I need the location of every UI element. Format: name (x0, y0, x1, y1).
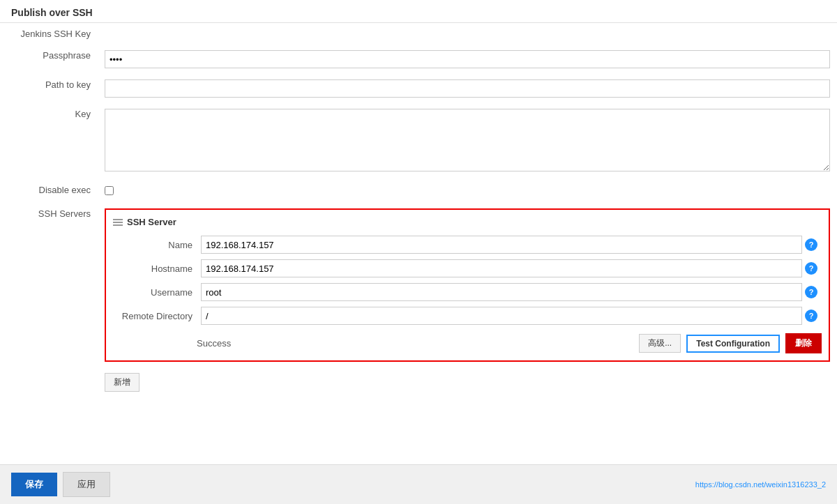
hostname-field: ? (197, 257, 822, 280)
footer-bar: 保存 应用 https://blog.csdn.net/weixin131623… (0, 464, 837, 504)
hostname-input[interactable] (201, 259, 802, 277)
remote-directory-help-icon[interactable]: ? (805, 310, 817, 322)
key-label: Key (0, 103, 98, 179)
path-to-key-label: Path to key (0, 74, 98, 103)
hostname-help-icon[interactable]: ? (805, 262, 817, 275)
name-label: Name (113, 233, 197, 257)
ssh-server-box: SSH Server Name (105, 208, 830, 362)
name-input[interactable] (201, 236, 802, 254)
username-input[interactable] (201, 283, 802, 301)
name-field: ? (197, 233, 822, 257)
disable-exec-checkbox[interactable] (105, 186, 114, 195)
passphrase-field (98, 45, 837, 74)
name-input-wrapper: ? (201, 236, 817, 254)
main-form-table: Jenkins SSH Key Passphrase Path to key K… (0, 23, 837, 367)
name-help-icon[interactable]: ? (805, 238, 817, 251)
section-title: Publish over SSH (0, 0, 837, 23)
path-to-key-field (98, 74, 837, 103)
key-field (98, 103, 837, 179)
disable-exec-field (98, 179, 837, 203)
key-textarea[interactable] (105, 109, 830, 171)
save-button[interactable]: 保存 (11, 473, 57, 496)
username-field: ? (197, 280, 822, 304)
ssh-server-header: SSH Server (113, 217, 822, 227)
remote-directory-label: Remote Directory (113, 304, 197, 328)
passphrase-label: Passphrase (0, 45, 98, 74)
jenkins-ssh-key-field (98, 23, 837, 45)
hostname-row: Hostname ? (113, 257, 822, 280)
username-input-wrapper: ? (201, 283, 817, 301)
add-button-row: 新增 (105, 373, 830, 392)
path-to-key-row: Path to key (0, 74, 837, 103)
hostname-label: Hostname (113, 257, 197, 280)
success-status: Success (113, 338, 231, 349)
advanced-button[interactable]: 高级... (639, 334, 681, 353)
test-configuration-button[interactable]: Test Configuration (686, 335, 780, 353)
name-row: Name ? (113, 233, 822, 257)
hostname-input-wrapper: ? (201, 259, 817, 277)
ssh-servers-row: SSH Servers SSH Server (0, 203, 837, 367)
apply-button[interactable]: 应用 (63, 472, 110, 497)
page-wrapper: Publish over SSH Jenkins SSH Key Passphr… (0, 0, 837, 504)
remote-directory-field: ? (197, 304, 822, 328)
ssh-server-form-table: Name ? (113, 233, 822, 328)
add-server-button[interactable]: 新增 (105, 373, 140, 392)
footer-link: https://blog.csdn.net/weixin1316233_2 (695, 480, 826, 489)
passphrase-row: Passphrase (0, 45, 837, 74)
ssh-servers-label: SSH Servers (0, 203, 98, 367)
remote-directory-input[interactable] (201, 307, 802, 325)
remote-directory-row: Remote Directory ? (113, 304, 822, 328)
username-help-icon[interactable]: ? (805, 286, 817, 298)
jenkins-ssh-key-label: Jenkins SSH Key (0, 23, 98, 45)
server-actions: Success 高级... Test Configuration 删除 (113, 333, 822, 353)
remote-directory-input-wrapper: ? (201, 307, 817, 325)
drag-handle-icon[interactable] (113, 219, 123, 226)
ssh-server-title: SSH Server (127, 217, 176, 227)
key-row: Key (0, 103, 837, 179)
disable-exec-row: Disable exec (0, 179, 837, 203)
passphrase-input[interactable] (105, 50, 830, 68)
jenkins-ssh-key-row: Jenkins SSH Key (0, 23, 837, 45)
disable-exec-label: Disable exec (0, 179, 98, 203)
ssh-servers-field: SSH Server Name (98, 203, 837, 367)
username-label: Username (113, 280, 197, 304)
path-to-key-input[interactable] (105, 79, 830, 98)
username-row: Username ? (113, 280, 822, 304)
delete-button[interactable]: 删除 (785, 333, 822, 353)
